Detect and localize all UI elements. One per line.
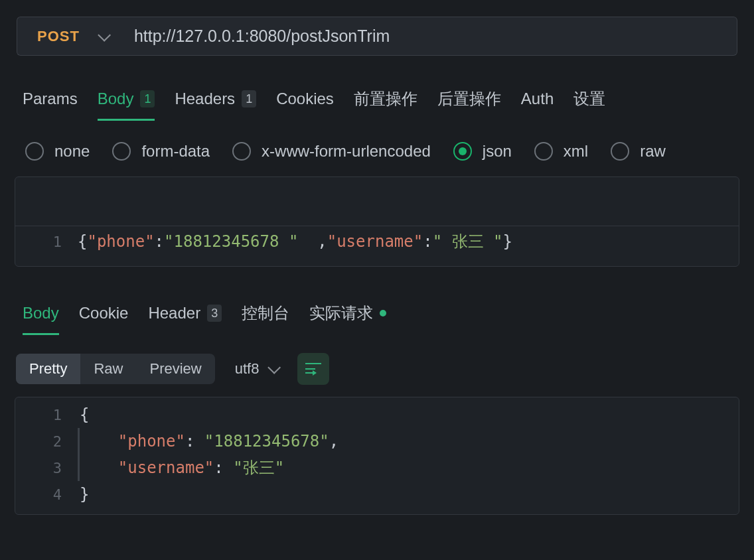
resp-tab-body[interactable]: Body — [23, 297, 59, 334]
indent — [80, 432, 118, 451]
tab-label: 控制台 — [242, 303, 289, 324]
body-type-none[interactable]: none — [25, 142, 90, 161]
encoding-label: utf8 — [235, 360, 260, 378]
tab-body[interactable]: Body 1 — [98, 82, 155, 120]
encoding-select[interactable]: utf8 — [230, 360, 283, 378]
token-quote: " — [233, 458, 242, 477]
view-preview[interactable]: Preview — [136, 354, 214, 384]
response-toolbar: Pretty Raw Preview utf8 — [0, 336, 754, 397]
tab-label: 前置操作 — [354, 88, 417, 109]
word-wrap-button[interactable] — [297, 353, 329, 385]
tab-auth[interactable]: Auth — [521, 82, 554, 120]
chevron-down-icon — [98, 28, 111, 41]
view-pretty[interactable]: Pretty — [16, 354, 80, 384]
radio-label: x-www-form-urlencoded — [262, 142, 431, 161]
token-quote: " — [145, 232, 154, 251]
editor-line: 2 "phone": "18812345678", — [15, 428, 739, 455]
token-quote: " — [204, 458, 214, 477]
request-body-editor[interactable]: 1 {"phone":"18812345678 " ,"username":" … — [15, 176, 739, 267]
token-quote: " — [327, 232, 337, 251]
radio-icon — [611, 142, 629, 161]
code-content: "phone": "18812345678", — [80, 432, 339, 451]
radio-icon — [232, 142, 251, 161]
tab-label: 后置操作 — [437, 88, 501, 109]
body-type-raw[interactable]: raw — [611, 142, 666, 161]
word-wrap-icon — [305, 363, 321, 375]
tab-label: Auth — [521, 90, 554, 108]
method-select[interactable]: POST — [17, 17, 121, 56]
request-bar: POST — [0, 0, 754, 72]
view-raw[interactable]: Raw — [80, 354, 136, 384]
tab-post-request[interactable]: 后置操作 — [437, 80, 501, 121]
response-body-editor[interactable]: 1 { 2 "phone": "18812345678", 3 "usernam… — [15, 397, 739, 515]
tab-headers[interactable]: Headers 1 — [175, 82, 256, 120]
token-quote: " — [118, 432, 127, 451]
line-number: 1 — [15, 234, 78, 250]
tab-cookies[interactable]: Cookies — [276, 82, 334, 120]
token-colon: : — [185, 432, 204, 451]
line-number: 4 — [15, 486, 78, 503]
resp-tab-console[interactable]: 控制台 — [242, 296, 289, 336]
token-quote: " — [493, 232, 502, 251]
token-quote: " — [414, 232, 423, 251]
tab-settings[interactable]: 设置 — [573, 80, 605, 121]
tab-label: Headers — [175, 90, 235, 108]
editor-line: 3 "username": "张三" — [15, 455, 739, 481]
tab-label: Body — [98, 90, 134, 108]
tab-label: Cookie — [79, 304, 129, 322]
token-colon: : — [423, 232, 432, 251]
token-string: 18812345678 — [174, 232, 289, 251]
indent — [80, 458, 118, 477]
editor-line: 1 {"phone":"18812345678 " ,"username":" … — [15, 226, 739, 257]
radio-label: json — [483, 142, 512, 161]
tab-params[interactable]: Params — [23, 82, 78, 120]
tab-label: Body — [23, 304, 59, 322]
token-brace: } — [502, 232, 512, 251]
body-type-selector: none form-data x-www-form-urlencoded jso… — [0, 122, 754, 176]
radio-label: form-data — [141, 142, 210, 161]
body-type-xml[interactable]: xml — [534, 142, 588, 161]
token-comma: , — [298, 232, 327, 251]
token-quote: " — [204, 432, 214, 451]
tab-label: Header — [148, 304, 200, 322]
count-badge: 1 — [140, 90, 155, 107]
token-colon: : — [155, 232, 164, 251]
resp-tab-cookie[interactable]: Cookie — [79, 297, 129, 334]
body-type-form-data[interactable]: form-data — [112, 142, 210, 161]
token-quote: " — [164, 232, 173, 251]
body-type-xform[interactable]: x-www-form-urlencoded — [232, 142, 431, 161]
token-key: username — [337, 232, 414, 251]
chevron-down-icon — [268, 361, 281, 374]
tab-pre-request[interactable]: 前置操作 — [354, 80, 417, 121]
radio-icon — [453, 142, 472, 161]
count-badge: 1 — [242, 90, 256, 107]
response-tabs: Body Cookie Header 3 控制台 实际请求 — [0, 285, 754, 336]
token-string: 张三 — [243, 458, 275, 477]
url-input[interactable] — [121, 17, 737, 56]
status-dot-icon — [380, 310, 386, 316]
method-label: POST — [37, 28, 80, 45]
count-badge: 3 — [207, 305, 222, 322]
tab-label: 实际请求 — [309, 303, 373, 324]
token-quote: " — [118, 458, 127, 477]
code-content[interactable]: {"phone":"18812345678 " ,"username":" 张三… — [78, 231, 512, 252]
line-number: 3 — [15, 460, 78, 476]
radio-label: none — [54, 142, 90, 161]
tab-label: Params — [23, 90, 78, 108]
body-type-json[interactable]: json — [453, 142, 512, 161]
token-key: phone — [127, 432, 175, 451]
editor-line: 4 } — [15, 481, 739, 508]
request-tabs: Params Body 1 Headers 1 Cookies 前置操作 后置操… — [0, 72, 754, 122]
resp-tab-header[interactable]: Header 3 — [148, 297, 222, 334]
token-brace: } — [80, 485, 89, 504]
line-number: 1 — [15, 407, 78, 423]
token-quote: " — [176, 432, 185, 451]
radio-icon — [25, 142, 44, 161]
tab-label: 设置 — [573, 88, 605, 109]
token-comma: , — [329, 432, 339, 451]
resp-tab-actual-request[interactable]: 实际请求 — [309, 296, 386, 336]
editor-bottom-gap — [15, 257, 739, 266]
token-quote: " — [433, 232, 442, 251]
radio-icon — [534, 142, 553, 161]
code-content: { — [80, 405, 89, 424]
